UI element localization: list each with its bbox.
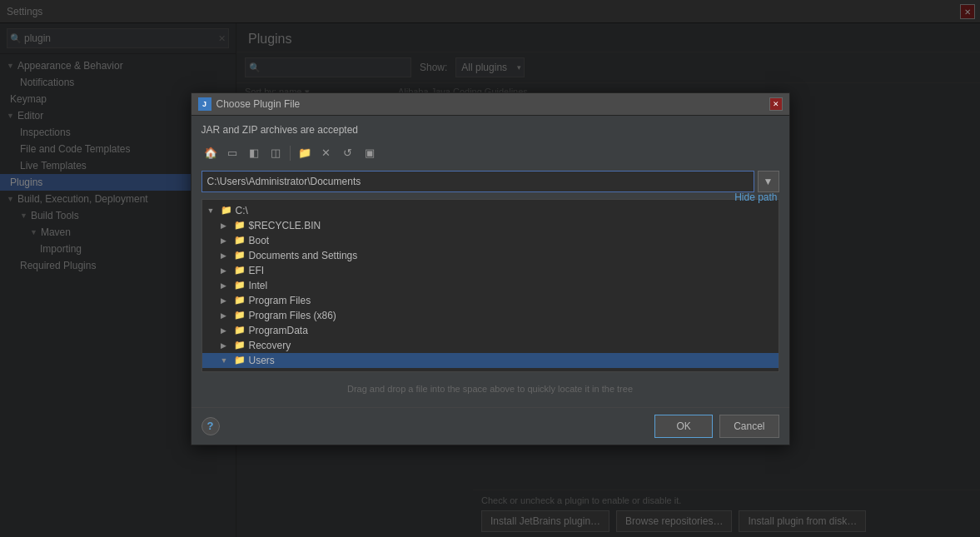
ftree-label: ProgramData bbox=[249, 325, 308, 336]
ftree-label: Program Files (x86) bbox=[249, 310, 336, 321]
folder-icon: 📁 bbox=[234, 280, 246, 291]
arrow-right-icon: ▶ bbox=[221, 281, 231, 290]
folder-icon: 📁 bbox=[234, 235, 246, 246]
hide-path-link[interactable]: Hide path bbox=[734, 191, 777, 203]
modal-info-text: JAR and ZIP archives are accepted bbox=[201, 124, 779, 136]
modal-footer: ? OK Cancel bbox=[192, 407, 789, 445]
ftree-label: Program Files bbox=[249, 295, 311, 306]
drag-drop-hint: Drag and drop a file into the space abov… bbox=[201, 379, 779, 399]
folder-icon: 📁 bbox=[234, 265, 246, 276]
delete-button[interactable]: ✕ bbox=[317, 144, 336, 162]
toolbar-separator bbox=[290, 146, 291, 161]
arrow-right-icon: ▶ bbox=[221, 266, 231, 275]
help-button[interactable]: ? bbox=[201, 417, 220, 435]
ftree-programfiles[interactable]: ▶ 📁 Program Files bbox=[202, 293, 779, 308]
desktop-button[interactable]: ▭ bbox=[223, 144, 241, 162]
ftree-label: Boot bbox=[249, 235, 270, 246]
folder-icon: 📁 bbox=[234, 250, 246, 261]
path-input-row: ▼ bbox=[201, 171, 779, 192]
ftree-boot[interactable]: ▶ 📁 Boot bbox=[202, 233, 779, 248]
ftree-label: Intel bbox=[249, 280, 268, 291]
ftree-recycle[interactable]: ▶ 📁 $RECYCLE.BIN bbox=[202, 218, 779, 233]
modal-close-button[interactable]: ✕ bbox=[769, 97, 783, 111]
arrow-right-icon: ▶ bbox=[221, 311, 231, 320]
modal-toolbar: 🏠 ▭ ◧ ◫ 📁 ✕ ↺ ▣ Hide path bbox=[201, 142, 779, 164]
home-button[interactable]: 🏠 bbox=[201, 144, 220, 162]
arrow-right-icon: ▶ bbox=[221, 251, 231, 260]
modal-app-icon: J bbox=[198, 97, 211, 111]
ftree-label: C:\ bbox=[236, 205, 248, 216]
ftree-label: $RECYCLE.BIN bbox=[249, 220, 321, 231]
ftree-users[interactable]: ▼ 📁 Users bbox=[202, 353, 779, 368]
modal-footer-left: ? bbox=[201, 417, 649, 435]
arrow-down-icon: ▼ bbox=[221, 356, 231, 365]
ftree-programfilesx86[interactable]: ▶ 📁 Program Files (x86) bbox=[202, 308, 779, 323]
ftree-docssettings[interactable]: ▶ 📁 Documents and Settings bbox=[202, 248, 779, 263]
parent-folder-button[interactable]: ◧ bbox=[245, 144, 263, 162]
modal-overlay: J Choose Plugin File ✕ JAR and ZIP archi… bbox=[0, 0, 980, 537]
modal-title: Choose Plugin File bbox=[216, 98, 764, 110]
path-browse-button[interactable]: ▼ bbox=[758, 171, 779, 192]
ftree-label: Documents and Settings bbox=[249, 250, 358, 261]
create-folder-button[interactable]: ◫ bbox=[266, 144, 285, 162]
ftree-label: EFI bbox=[249, 265, 265, 276]
ftree-label: Recovery bbox=[249, 340, 291, 351]
file-tree: ▼ 📁 C:\ ▶ 📁 $RECYCLE.BIN ▶ 📁 Boot ▶ 📁 bbox=[201, 199, 779, 372]
folder-icon: 📁 bbox=[221, 205, 232, 216]
ftree-programdata[interactable]: ▶ 📁 ProgramData bbox=[202, 323, 779, 338]
arrow-right-icon: ▶ bbox=[221, 296, 231, 305]
arrow-right-icon: ▶ bbox=[221, 341, 231, 350]
folder-icon: 📁 bbox=[234, 310, 246, 321]
arrow-right-icon: ▶ bbox=[221, 236, 231, 245]
ok-button[interactable]: OK bbox=[654, 415, 713, 438]
view-button[interactable]: ▣ bbox=[361, 144, 379, 162]
arrow-right-icon: ▶ bbox=[221, 326, 231, 335]
cancel-button[interactable]: Cancel bbox=[719, 415, 779, 438]
modal-body: JAR and ZIP archives are accepted 🏠 ▭ ◧ … bbox=[192, 116, 789, 407]
folder-icon: 📁 bbox=[234, 340, 246, 351]
folder-icon: 📁 bbox=[234, 295, 246, 306]
folder-icon: 📁 bbox=[234, 220, 246, 231]
folder-icon: 📁 bbox=[234, 355, 246, 365]
refresh-button[interactable]: ↺ bbox=[339, 144, 357, 162]
folder-icon: 📁 bbox=[234, 325, 246, 336]
ftree-label: Users bbox=[249, 355, 275, 366]
ftree-recovery[interactable]: ▶ 📁 Recovery bbox=[202, 338, 779, 353]
new-folder-button[interactable]: 📁 bbox=[296, 144, 314, 162]
modal-title-bar: J Choose Plugin File ✕ bbox=[192, 93, 789, 116]
ftree-intel[interactable]: ▶ 📁 Intel bbox=[202, 278, 779, 293]
path-input[interactable] bbox=[201, 171, 754, 192]
arrow-right-icon: ▶ bbox=[221, 221, 231, 230]
ftree-efi[interactable]: ▶ 📁 EFI bbox=[202, 263, 779, 278]
choose-plugin-file-modal: J Choose Plugin File ✕ JAR and ZIP archi… bbox=[191, 92, 790, 445]
arrow-down-icon: ▼ bbox=[207, 206, 217, 215]
ftree-root[interactable]: ▼ 📁 C:\ bbox=[202, 203, 779, 218]
